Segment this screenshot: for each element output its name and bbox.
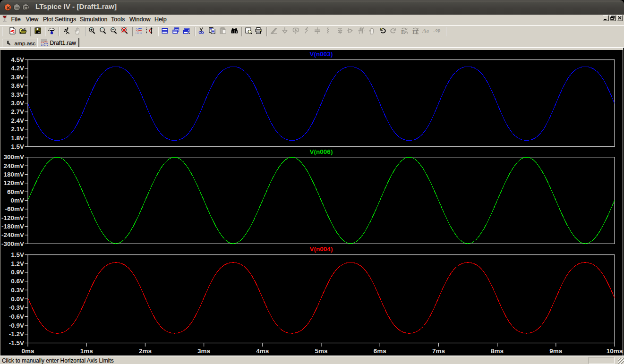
svg-text:60mV: 60mV (7, 188, 24, 195)
svg-text:3.0V: 3.0V (11, 100, 24, 107)
svg-text:3ms: 3ms (197, 347, 210, 355)
svg-text:180mV: 180mV (3, 171, 24, 178)
svg-text:1.5V: 1.5V (11, 143, 24, 150)
svg-text:-120mV: -120mV (1, 214, 24, 221)
svg-text:3.6V: 3.6V (11, 82, 24, 89)
svg-text:E: E (412, 29, 416, 34)
svg-text:7ms: 7ms (432, 347, 445, 355)
svg-text:-240mV: -240mV (1, 231, 24, 238)
svg-text:-180mV: -180mV (1, 223, 24, 230)
svg-text:-0.9V: -0.9V (9, 322, 24, 329)
svg-text:8ms: 8ms (491, 347, 504, 355)
svg-text:0mV: 0mV (10, 197, 24, 204)
svg-text:-0.3V: -0.3V (9, 304, 24, 311)
svg-text:V(n006): V(n006) (310, 148, 333, 155)
svg-text:0.6V: 0.6V (11, 278, 24, 285)
svg-text:2.1V: 2.1V (11, 126, 24, 133)
svg-text:3.3V: 3.3V (11, 91, 24, 98)
svg-text:4.2V: 4.2V (11, 65, 24, 72)
svg-text:9ms: 9ms (549, 347, 562, 355)
svg-text:10ms: 10ms (607, 347, 623, 355)
svg-text:6ms: 6ms (374, 347, 386, 355)
svg-text:300mV: 300mV (3, 153, 24, 161)
svg-text:-1.2V: -1.2V (9, 330, 24, 338)
svg-text:240mV: 240mV (3, 162, 24, 169)
svg-text:0.3V: 0.3V (11, 287, 24, 294)
svg-text:1ms: 1ms (80, 347, 93, 355)
svg-text:0.9V: 0.9V (11, 269, 24, 276)
svg-text:1.5V: 1.5V (11, 251, 24, 258)
svg-text:2.4V: 2.4V (11, 117, 24, 124)
svg-text:V(n004): V(n004) (310, 245, 333, 253)
svg-text:1.8V: 1.8V (11, 135, 24, 142)
svg-text:5ms: 5ms (315, 347, 327, 355)
svg-text:120mV: 120mV (3, 179, 24, 186)
svg-text:-1.5V: -1.5V (9, 339, 24, 347)
svg-text:3.9V: 3.9V (11, 74, 24, 81)
svg-text:-0.6V: -0.6V (9, 313, 24, 320)
svg-text:2ms: 2ms (139, 347, 152, 355)
svg-text:0ms: 0ms (21, 347, 34, 355)
svg-text:V(n003): V(n003) (310, 51, 333, 58)
svg-text:-300mV: -300mV (1, 240, 24, 247)
svg-text:4.5V: 4.5V (11, 56, 24, 63)
svg-text:1.2V: 1.2V (11, 260, 24, 267)
svg-text:4ms: 4ms (256, 347, 269, 355)
svg-text:2.7V: 2.7V (11, 108, 24, 115)
svg-text:0.0V: 0.0V (11, 296, 24, 303)
svg-text:-60mV: -60mV (5, 205, 24, 212)
